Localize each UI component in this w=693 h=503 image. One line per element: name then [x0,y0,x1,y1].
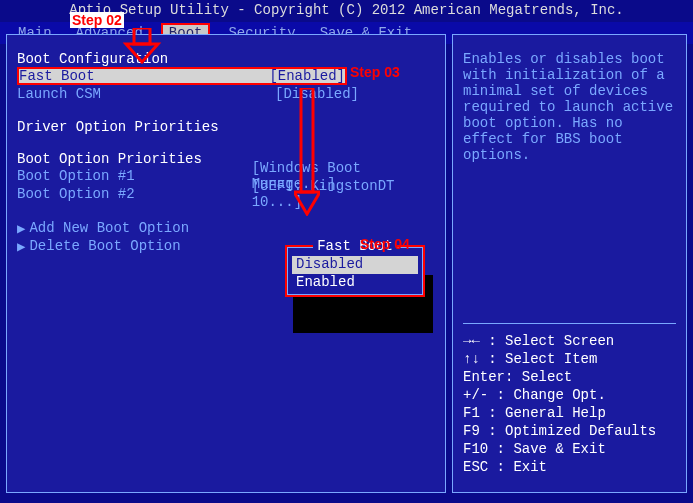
key-change-opt: +/- : Change Opt. [463,386,676,404]
popup-option-disabled[interactable]: Disabled [292,256,418,274]
add-boot-option-row[interactable]: ▶ Add New Boot Option [17,219,435,237]
add-boot-option-label: Add New Boot Option [29,220,189,236]
key-select-screen: →← : Select Screen [463,332,676,350]
popup-option-enabled[interactable]: Enabled [292,274,418,292]
key-esc: ESC : Exit [463,458,676,476]
key-help: →← : Select Screen ↑↓ : Select Item Ente… [463,332,676,476]
boot-option-2-row[interactable]: Boot Option #2 [UEFI: KingstonDT 10...] [17,185,435,203]
svg-marker-1 [126,44,158,62]
triangle-right-icon: ▶ [17,220,25,237]
help-text: Enables or disables boot with initializa… [463,51,676,319]
launch-csm-label: Launch CSM [17,86,275,102]
annotation-step02: Step 02 [70,12,124,28]
driver-priorities-heading: Driver Option Priorities [17,119,435,135]
annotation-step03: Step 03 [350,64,400,80]
divider [463,323,676,324]
fast-boot-popup: Fast Boot Disabled Enabled [285,245,425,297]
svg-rect-2 [301,88,313,192]
launch-csm-row[interactable]: Launch CSM [Disabled] [17,85,435,103]
annotation-step04: Step 04 [360,236,410,252]
key-enter: Enter: Select [463,368,676,386]
boot-option-2-label: Boot Option #2 [17,186,252,202]
boot-option-2-value: [UEFI: KingstonDT 10...] [252,178,435,210]
triangle-right-icon: ▶ [17,238,25,255]
svg-marker-3 [294,192,320,214]
fast-boot-row[interactable]: Fast Boot [Enabled] [17,67,347,85]
fast-boot-label: Fast Boot [19,68,269,84]
key-select-item: ↑↓ : Select Item [463,350,676,368]
delete-boot-option-label: Delete Boot Option [29,238,180,254]
key-general-help: F1 : General Help [463,404,676,422]
arrow-down-long-icon [294,88,320,216]
arrow-down-icon [122,28,162,64]
key-save-exit: F10 : Save & Exit [463,440,676,458]
fast-boot-value: [Enabled] [269,68,345,84]
help-panel: Enables or disables boot with initializa… [452,34,687,493]
main-panel: Boot Configuration Fast Boot [Enabled] L… [6,34,446,493]
key-optimized-defaults: F9 : Optimized Defaults [463,422,676,440]
svg-rect-0 [134,28,150,44]
boot-option-1-label: Boot Option #1 [17,168,252,184]
